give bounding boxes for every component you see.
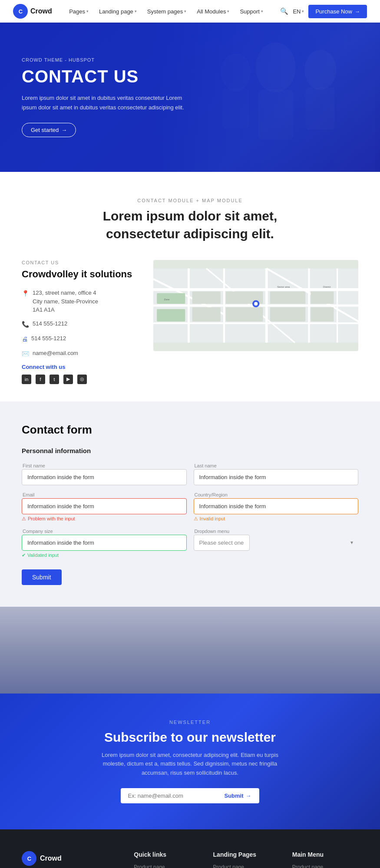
form-group-firstname: First name bbox=[22, 463, 187, 485]
form-row-email-country: Email ⚠ Problem with the input Country/R… bbox=[22, 492, 358, 522]
footer-mainmenu-col: Main Menu Product page bout page Resourc… bbox=[292, 851, 358, 868]
nav-all-modules[interactable]: All Modules ▾ bbox=[192, 6, 234, 17]
nav-support[interactable]: Support ▾ bbox=[235, 6, 268, 17]
logo-icon: C bbox=[13, 4, 28, 19]
dropdown-label: Dropdown menu bbox=[194, 529, 359, 534]
form-group-lastname: Last name bbox=[194, 463, 359, 485]
hero-description: Lorem ipsum dolor sit amet in dubitus ve… bbox=[22, 93, 195, 112]
instagram-icon[interactable]: ◎ bbox=[77, 375, 87, 384]
linkedin-icon[interactable]: in bbox=[22, 375, 31, 384]
newsletter-title: Subscribe to our newsletter bbox=[22, 730, 358, 745]
footer-brand-col: C Crowd Lorem ipsum dolor sit amet, cons… bbox=[22, 851, 121, 868]
hero-cta-button[interactable]: Get started → bbox=[22, 123, 76, 137]
newsletter-email-input[interactable] bbox=[121, 788, 216, 803]
chevron-down-icon: ▾ bbox=[184, 9, 186, 13]
youtube-icon[interactable]: ▶ bbox=[63, 375, 73, 384]
country-input[interactable] bbox=[194, 498, 359, 514]
navbar: C Crowd Pages ▾ Landing page ▾ System pa… bbox=[0, 0, 380, 23]
twitter-icon[interactable]: t bbox=[50, 375, 59, 384]
contact-email: ✉️ name@email.com bbox=[22, 349, 136, 358]
contact-section-title: Lorem ipsum dolor sit amet,consectetur a… bbox=[22, 207, 358, 243]
chevron-down-icon: ▾ bbox=[350, 539, 353, 546]
purchase-button[interactable]: Purchase Now → bbox=[308, 5, 367, 18]
last-name-label: Last name bbox=[194, 463, 359, 468]
extra-section bbox=[0, 607, 380, 694]
submit-button[interactable]: Submit bbox=[22, 569, 62, 585]
hero-title: CONTACT US bbox=[22, 67, 248, 86]
form-section: Contact form Personnal information First… bbox=[0, 401, 380, 607]
svg-rect-23 bbox=[226, 307, 263, 322]
logo-text: Crowd bbox=[30, 7, 52, 15]
footer-grid: C Crowd Lorem ipsum dolor sit amet, cons… bbox=[22, 851, 358, 868]
chevron-down-icon: ▾ bbox=[135, 9, 137, 13]
svg-text:Sector area: Sector area bbox=[277, 286, 290, 288]
footer: C Crowd Lorem ipsum dolor sit amet, cons… bbox=[0, 829, 380, 868]
chevron-down-icon: ▾ bbox=[302, 9, 304, 13]
search-icon[interactable]: 🔍 bbox=[280, 7, 288, 15]
form-title: Contact form bbox=[22, 423, 358, 437]
first-name-input[interactable] bbox=[22, 469, 187, 485]
svg-text:District: District bbox=[323, 286, 331, 288]
footer-landing-title: Landing Pages bbox=[213, 851, 279, 858]
form-group-company: Company size ✔ Validated input bbox=[22, 529, 187, 558]
contact-address: 📍 123, street name, office 4 City name, … bbox=[22, 289, 136, 314]
fax-icon: 🖨 bbox=[22, 335, 28, 344]
nav-pages[interactable]: Pages ▾ bbox=[65, 6, 93, 17]
logo[interactable]: C Crowd bbox=[13, 4, 52, 19]
email-hint: ⚠ Problem with the input bbox=[22, 516, 187, 522]
svg-rect-21 bbox=[270, 292, 305, 304]
form-row-name: First name Last name bbox=[22, 463, 358, 485]
newsletter-submit-button[interactable]: Submit → bbox=[216, 788, 259, 803]
chevron-down-icon: ▾ bbox=[261, 9, 263, 13]
company-size-input[interactable] bbox=[22, 535, 187, 551]
nav-menu: Pages ▾ Landing page ▾ System pages ▾ Al… bbox=[65, 6, 268, 17]
footer-link[interactable]: Product page bbox=[134, 864, 200, 868]
warning-circle-icon: ⚠ bbox=[194, 516, 198, 522]
contact-map-section: CONTACT MODULE + MAP MODULE Lorem ipsum … bbox=[0, 172, 380, 401]
email-label: Email bbox=[22, 492, 187, 497]
footer-mainmenu-title: Main Menu bbox=[292, 851, 358, 858]
warning-icon: ⚠ bbox=[22, 516, 26, 522]
lang-selector[interactable]: EN ▾ bbox=[293, 8, 304, 15]
country-label: Country/Region bbox=[194, 492, 359, 497]
dropdown-wrapper: Please select one ▾ bbox=[194, 535, 359, 551]
nav-landing-page[interactable]: Landing page ▾ bbox=[95, 6, 141, 17]
newsletter-form: Submit → bbox=[22, 788, 358, 803]
connect-label: Connect with us bbox=[22, 364, 136, 370]
email-input[interactable] bbox=[22, 498, 187, 514]
footer-link[interactable]: Product page bbox=[292, 864, 358, 868]
facebook-icon[interactable]: f bbox=[36, 375, 45, 384]
footer-landing-col: Landing Pages Product page bout page Res… bbox=[213, 851, 279, 868]
contact-info-label: CONTACT US bbox=[22, 260, 136, 265]
svg-rect-22 bbox=[192, 307, 220, 322]
footer-link[interactable]: Product page bbox=[213, 864, 279, 868]
company-size-label: Company size bbox=[22, 529, 187, 534]
newsletter-section: NEWSLETTER Subscribe to our newsletter L… bbox=[0, 694, 380, 829]
social-icons: in f t ▶ ◎ bbox=[22, 375, 136, 384]
chevron-down-icon: ▾ bbox=[227, 9, 229, 13]
svg-rect-25 bbox=[311, 292, 334, 304]
contact-info: CONTACT US Crowdvolley it solutions 📍 12… bbox=[22, 260, 136, 384]
check-icon: ✔ bbox=[22, 552, 26, 558]
footer-quicklinks-title: Quick links bbox=[134, 851, 200, 858]
contact-phone: 📞 514 555-1212 bbox=[22, 319, 136, 329]
svg-rect-26 bbox=[311, 307, 334, 322]
newsletter-label: NEWSLETTER bbox=[22, 720, 358, 725]
map-placeholder: Sector area Zone District bbox=[153, 260, 359, 351]
hero-theme-label: CROWD THEME - HUBSPOT bbox=[22, 57, 248, 62]
hero-content: CROWD THEME - HUBSPOT CONTACT US Lorem i… bbox=[22, 57, 248, 137]
form-group-country: Country/Region ⚠ Invalid input bbox=[194, 492, 359, 522]
country-hint: ⚠ Invalid input bbox=[194, 516, 359, 522]
hero-section: CROWD THEME - HUBSPOT CONTACT US Lorem i… bbox=[0, 23, 380, 172]
last-name-input[interactable] bbox=[194, 469, 359, 485]
company-hint: ✔ Validated input bbox=[22, 552, 187, 558]
svg-point-30 bbox=[254, 302, 258, 306]
dropdown-select[interactable]: Please select one bbox=[194, 535, 250, 551]
nav-system-pages[interactable]: System pages ▾ bbox=[143, 6, 191, 17]
chevron-down-icon: ▾ bbox=[86, 9, 89, 13]
form-group-email: Email ⚠ Problem with the input bbox=[22, 492, 187, 522]
form-group-dropdown: Dropdown menu Please select one ▾ bbox=[194, 529, 359, 558]
contact-company: Crowdvolley it solutions bbox=[22, 269, 136, 280]
svg-rect-24 bbox=[270, 307, 305, 322]
form-subtitle: Personnal information bbox=[22, 447, 358, 454]
